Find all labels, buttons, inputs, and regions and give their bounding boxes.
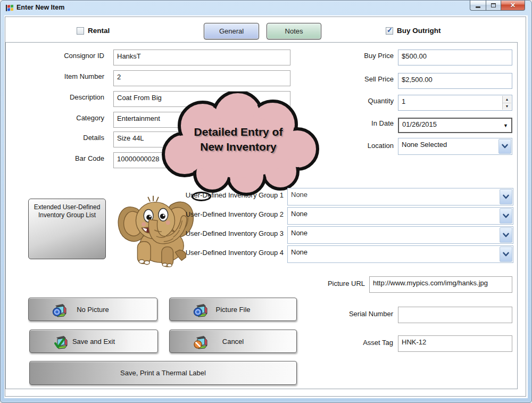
inventory-group-4-dropdown-button[interactable] — [500, 246, 512, 262]
in-date-dropdown[interactable]: 01/26/2015 ▼ — [398, 118, 512, 133]
location-value: None Selected — [402, 141, 447, 149]
inventory-group-1-value: None — [291, 191, 307, 199]
album-cancel-icon — [192, 334, 208, 350]
callout-line1: Detailed Entry of — [161, 125, 315, 139]
inventory-group-3-label: User-Defined Inventory Group 3 — [174, 229, 284, 237]
asset-tag-label: Asset Tag — [307, 339, 393, 347]
buy-price-field-box — [398, 50, 512, 65]
item-number-input[interactable] — [114, 71, 290, 83]
rental-checkbox[interactable]: Rental — [77, 27, 110, 35]
inventory-group-1-dropdown-button[interactable] — [500, 189, 512, 204]
notes-tab-button[interactable]: Notes — [267, 23, 321, 39]
inventory-group-3-dropdown[interactable]: None — [287, 226, 513, 244]
maximize-icon — [491, 3, 496, 7]
inventory-group-3-value: None — [291, 229, 307, 237]
location-dropdown-button[interactable] — [498, 139, 511, 154]
inventory-group-1-dropdown[interactable]: None — [287, 188, 513, 205]
album-search-icon — [192, 302, 208, 318]
asset-tag-input[interactable] — [398, 336, 512, 348]
consignor-id-label: Consignor ID — [24, 52, 104, 60]
chevron-down-icon — [502, 213, 510, 219]
picture-url-label: Picture URL — [281, 279, 365, 287]
consignor-id-input[interactable] — [114, 50, 290, 62]
extended-inventory-group-list-button[interactable]: Extended User-Defined Inventory Group Li… — [28, 199, 106, 259]
in-date-value: 01/26/2015 — [402, 120, 437, 128]
picture-file-button[interactable]: Picture File — [169, 298, 297, 321]
minimize-icon — [476, 6, 480, 8]
save-and-exit-button[interactable]: Save and Exit — [29, 330, 158, 353]
minimize-button[interactable] — [470, 1, 486, 11]
rental-checkbox-box[interactable] — [77, 27, 84, 35]
no-picture-label: No Picture — [77, 306, 109, 314]
buy-price-label: Buy Price — [313, 52, 394, 60]
inventory-group-2-dropdown[interactable]: None — [287, 207, 513, 225]
chevron-down-icon — [502, 233, 510, 238]
chevron-down-icon — [501, 144, 509, 149]
chevron-down-icon — [502, 252, 510, 257]
details-label: Details — [24, 134, 104, 142]
cancel-label: Cancel — [222, 338, 244, 346]
quantity-label: Quantity — [313, 97, 394, 105]
check-icon: ✓ — [387, 26, 393, 34]
album-search-icon — [51, 302, 67, 318]
in-date-dropdown-arrow-icon[interactable]: ▼ — [501, 119, 510, 131]
no-picture-button[interactable]: No Picture — [28, 298, 157, 321]
inventory-group-4-label: User-Defined Inventory Group 4 — [174, 249, 284, 257]
quantity-down-button[interactable]: ▼ — [503, 103, 511, 110]
close-button[interactable]: ✕ — [501, 1, 525, 11]
client-area: Rental General Notes ✓ Buy Outright Cons… — [4, 15, 528, 398]
buy-price-input[interactable] — [398, 50, 512, 62]
category-label: Category — [24, 114, 104, 122]
app-window-icon — [5, 4, 14, 12]
serial-number-field-box — [398, 307, 512, 323]
title-bar[interactable]: Enter New Item ✕ — [1, 1, 531, 15]
buy-outright-label: Buy Outright — [397, 27, 441, 35]
item-number-field-box — [113, 70, 290, 86]
quantity-up-button[interactable]: ▲ — [503, 96, 511, 103]
picture-file-label: Picture File — [215, 306, 250, 314]
inventory-group-3-dropdown-button[interactable] — [500, 227, 512, 243]
cancel-button[interactable]: Cancel — [169, 330, 297, 353]
inventory-group-2-dropdown-button[interactable] — [500, 208, 512, 224]
callout-text: Detailed Entry of New Inventory — [161, 125, 315, 155]
location-dropdown[interactable]: None Selected — [398, 138, 512, 155]
location-label: Location — [313, 142, 394, 150]
sell-price-input[interactable] — [398, 73, 512, 86]
sell-price-label: Sell Price — [313, 75, 394, 83]
inventory-group-4-dropdown[interactable]: None — [287, 245, 513, 263]
picture-url-field-box — [369, 276, 512, 293]
save-print-thermal-label-text: Save, Print a Thermal Label — [120, 369, 206, 377]
inventory-group-4-value: None — [291, 248, 307, 256]
inventory-group-2-value: None — [291, 210, 307, 218]
buy-outright-checkbox-box[interactable]: ✓ — [386, 27, 393, 35]
asset-tag-field-box — [398, 335, 512, 352]
general-tab-button[interactable]: General — [204, 23, 259, 39]
description-label: Description — [24, 93, 104, 101]
serial-number-label: Serial Number — [307, 310, 393, 318]
quantity-input[interactable] — [398, 95, 502, 108]
picture-url-input[interactable] — [370, 277, 512, 289]
maximize-button[interactable] — [486, 1, 501, 11]
serial-number-input[interactable] — [398, 307, 512, 319]
bar-code-label: Bar Code — [24, 154, 104, 162]
item-number-label: Item Number — [24, 72, 104, 80]
buy-outright-checkbox[interactable]: ✓ Buy Outright — [386, 27, 441, 35]
in-date-label: In Date — [313, 119, 394, 127]
consignor-id-field-box — [113, 50, 290, 65]
inventory-group-1-label: User-Defined Inventory Group 1 — [174, 191, 284, 199]
save-and-exit-label: Save and Exit — [72, 338, 115, 346]
inventory-group-2-label: User-Defined Inventory Group 2 — [174, 210, 284, 218]
chevron-down-icon — [502, 194, 510, 200]
rental-label: Rental — [88, 27, 110, 35]
enter-new-item-window: Enter New Item ✕ Rental General Notes ✓ … — [0, 0, 532, 403]
window-title: Enter New Item — [16, 1, 64, 15]
save-print-thermal-label-button[interactable]: Save, Print a Thermal Label — [29, 361, 297, 385]
callout-line2: New Inventory — [161, 139, 315, 154]
album-check-icon — [52, 334, 68, 350]
sell-price-field-box — [398, 73, 512, 89]
quantity-stepper: ▲ ▼ — [398, 95, 512, 111]
close-icon: ✕ — [510, 2, 516, 9]
